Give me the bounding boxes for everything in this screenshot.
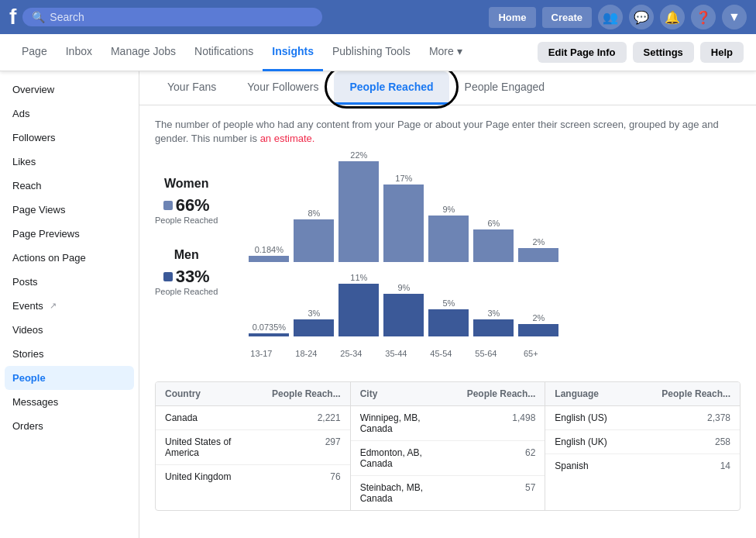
help-icon-btn[interactable]: ❓ <box>691 5 716 29</box>
sidebar-item-likes[interactable]: Likes <box>0 150 139 174</box>
city-row-1: Edmonton, AB, Canada 62 <box>351 441 545 476</box>
page-nav-notifications[interactable]: Notifications <box>185 34 263 71</box>
create-button[interactable]: Create <box>542 7 592 28</box>
sidebar-item-orders[interactable]: Orders <box>0 414 139 438</box>
men-bar-fill-25-34 <box>338 284 379 336</box>
country-name-2: United Kingdom <box>156 465 253 488</box>
country-row-1: United States of America 297 <box>156 430 350 465</box>
women-pct-55-64: 6% <box>487 219 500 228</box>
page-nav-more[interactable]: More ▾ <box>420 34 472 71</box>
sidebar: Overview Ads Followers Likes Reach Page … <box>0 71 139 538</box>
men-bar-fill-18-24 <box>294 319 334 336</box>
home-button[interactable]: Home <box>489 7 535 28</box>
tables-section: Country People Reach... Canada 2,221 Uni… <box>155 381 741 511</box>
sidebar-item-videos[interactable]: Videos <box>0 318 139 342</box>
men-pct-13-17: 0.0735% <box>253 322 286 332</box>
women-title: Women <box>155 177 218 191</box>
sidebar-item-reach[interactable]: Reach <box>0 174 139 198</box>
search-bar[interactable]: 🔍 <box>22 8 322 26</box>
page-nav: Page Inbox Manage Jobs Notifications Ins… <box>0 34 756 71</box>
edit-page-button[interactable]: Edit Page Info <box>538 42 627 63</box>
women-bar-fill-25-34 <box>338 161 379 262</box>
language-col-header: Language <box>545 382 642 405</box>
age-label-25-34: 25-34 <box>331 349 371 358</box>
bar-women-65plus: 2% <box>518 237 558 262</box>
friends-icon-btn[interactable]: 👥 <box>598 5 623 29</box>
city-row-0: Winnipeg, MB, Canada 1,498 <box>351 406 545 441</box>
top-nav: f 🔍 Home Create 👥 💬 🔔 ❓ ▼ <box>0 0 756 34</box>
city-reach-1: 62 <box>448 441 545 475</box>
country-row-0: Canada 2,221 <box>156 406 350 430</box>
page-nav-inbox[interactable]: Inbox <box>57 34 101 71</box>
bar-women-18-24: 8% <box>294 209 334 262</box>
tabs: Your Fans Your Followers People Reached … <box>139 71 756 105</box>
women-pct-18-24: 8% <box>308 209 320 218</box>
city-name-0: Winnipeg, MB, Canada <box>351 406 448 440</box>
age-axis: 13-17 18-24 25-34 35-44 45-54 55-64 65+ <box>241 349 741 358</box>
estimate-text: an estimate. <box>260 133 315 144</box>
sidebar-item-posts[interactable]: Posts <box>0 270 139 294</box>
sidebar-item-page-views[interactable]: Page Views <box>0 198 139 222</box>
bar-men-18-24: 3% <box>294 309 334 336</box>
men-title: Men <box>155 248 218 262</box>
external-link-icon: ↗ <box>50 301 57 311</box>
women-bar-fill-55-64 <box>473 229 514 262</box>
search-input[interactable] <box>50 11 313 23</box>
bar-men-25-34: 11% <box>338 273 379 336</box>
messenger-icon-btn[interactable]: 💬 <box>629 5 654 29</box>
menu-icon-btn[interactable]: ▼ <box>722 5 747 29</box>
sidebar-item-messages[interactable]: Messages <box>0 390 139 414</box>
country-reach-1: 297 <box>253 430 349 464</box>
sidebar-item-overview[interactable]: Overview <box>0 78 139 102</box>
sidebar-item-page-previews[interactable]: Page Previews <box>0 222 139 246</box>
settings-button[interactable]: Settings <box>633 42 694 63</box>
women-bar-fill-18-24 <box>294 219 334 262</box>
language-table: Language People Reach... English (US) 2,… <box>545 382 740 510</box>
language-reach-1: 258 <box>643 430 740 454</box>
sidebar-item-followers[interactable]: Followers <box>0 126 139 150</box>
page-nav-publishing-tools[interactable]: Publishing Tools <box>323 34 420 71</box>
men-pct-45-54: 5% <box>442 298 455 308</box>
women-pct-65plus: 2% <box>532 237 545 247</box>
men-bar-fill-35-44 <box>383 294 424 336</box>
men-bars: 0.0735% 3% 11% <box>241 274 741 336</box>
bar-men-13-17: 0.0735% <box>249 322 289 336</box>
city-name-2: Steinbach, MB, Canada <box>351 476 448 510</box>
women-pct: 66% <box>176 195 210 216</box>
tab-people-engaged[interactable]: People Engaged <box>449 71 561 105</box>
sidebar-item-actions[interactable]: Actions on Page <box>0 246 139 270</box>
women-bar-fill-13-17 <box>249 256 289 262</box>
women-bars: 0.184% 8% 22% <box>241 161 741 262</box>
men-pct-18-24: 3% <box>308 309 320 318</box>
sidebar-item-ads[interactable]: Ads <box>0 102 139 126</box>
charts-area: 0.184% 8% 22% <box>241 161 741 358</box>
bar-men-45-54: 5% <box>428 298 469 336</box>
women-pct-45-54: 9% <box>442 205 455 214</box>
page-nav-insights[interactable]: Insights <box>263 34 323 71</box>
women-pct-35-44: 17% <box>395 174 412 183</box>
tab-your-followers[interactable]: Your Followers <box>232 71 334 105</box>
city-reach-col-header: People Reach... <box>448 382 545 405</box>
city-table-header: City People Reach... <box>351 382 545 406</box>
sidebar-item-stories[interactable]: Stories <box>0 342 139 366</box>
women-bar-fill-65plus <box>518 248 558 262</box>
sidebar-item-events[interactable]: Events ↗ <box>0 294 139 318</box>
help-page-button[interactable]: Help <box>700 42 744 63</box>
sidebar-item-people[interactable]: People <box>5 366 134 390</box>
city-reach-2: 57 <box>448 476 545 510</box>
country-col-header: Country <box>156 382 253 405</box>
men-pct-65plus: 2% <box>532 313 545 322</box>
men-bar-fill-55-64 <box>473 319 514 336</box>
bar-women-45-54: 9% <box>428 205 469 262</box>
country-row-2: United Kingdom 76 <box>156 465 350 488</box>
page-nav-manage-jobs[interactable]: Manage Jobs <box>101 34 185 71</box>
notifications-icon-btn[interactable]: 🔔 <box>660 5 685 29</box>
men-legend: Men 33% People Reached <box>155 248 218 296</box>
country-table-header: Country People Reach... <box>156 382 350 406</box>
bar-women-25-34: 22% <box>338 150 379 262</box>
tab-your-fans[interactable]: Your Fans <box>152 71 232 105</box>
tab-people-reached[interactable]: People Reached <box>334 71 448 105</box>
description-text: The number of people who had any content… <box>155 118 741 146</box>
page-nav-page[interactable]: Page <box>12 34 57 71</box>
language-row-0: English (US) 2,378 <box>545 406 740 430</box>
